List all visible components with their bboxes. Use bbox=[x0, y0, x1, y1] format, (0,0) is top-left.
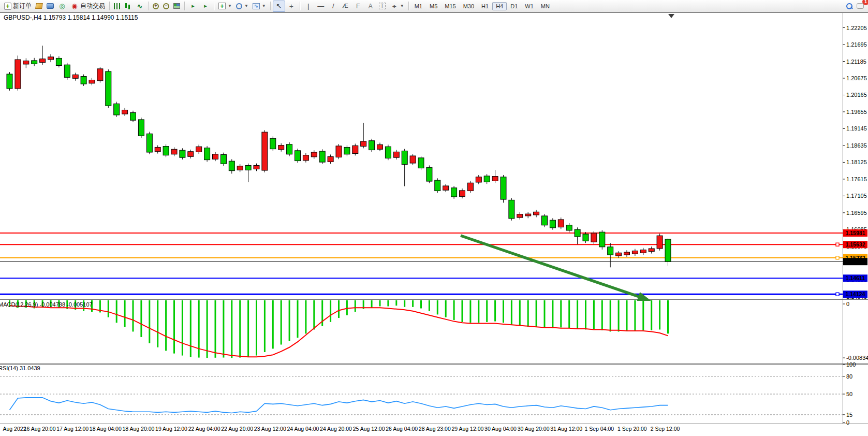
svg-text:Aug 2022: Aug 2022 bbox=[3, 426, 26, 432]
candle bbox=[245, 165, 251, 170]
notifications-button[interactable]: 1 bbox=[855, 1, 866, 12]
crosshair-icon: + bbox=[287, 2, 296, 10]
candle bbox=[393, 152, 399, 157]
terminal-button[interactable] bbox=[45, 1, 56, 12]
equidistant-channel-button[interactable]: ⁄⁄E bbox=[340, 1, 352, 12]
candle bbox=[525, 214, 531, 216]
arrows-button[interactable]: ◂▸▼ bbox=[388, 1, 406, 12]
timeframe-button-d1[interactable]: D1 bbox=[507, 2, 521, 10]
line-drag-handle[interactable] bbox=[836, 256, 839, 259]
svg-text:0: 0 bbox=[846, 419, 849, 426]
auto-scroll-button[interactable]: ▸ bbox=[187, 1, 199, 12]
zoom-out-button[interactable]: − bbox=[161, 1, 171, 12]
indicators-button[interactable]: +▼ bbox=[216, 1, 234, 12]
svg-text:31 Aug 12:00: 31 Aug 12:00 bbox=[550, 426, 582, 432]
candle bbox=[328, 156, 333, 162]
svg-text:24 Aug 04:00: 24 Aug 04:00 bbox=[287, 426, 319, 432]
timeframe-button-m1[interactable]: M1 bbox=[411, 2, 426, 10]
crosshair-button[interactable]: + bbox=[285, 1, 298, 12]
candle bbox=[426, 167, 432, 181]
price-axis: 1.222051.216951.211851.206751.201651.196… bbox=[843, 25, 868, 426]
candle bbox=[501, 177, 506, 199]
new-order-icon: + bbox=[4, 3, 11, 10]
candle bbox=[460, 191, 465, 196]
timeframe-button-m30[interactable]: M30 bbox=[460, 2, 478, 10]
chart-canvas[interactable]: 1.222051.216951.211851.206751.201651.196… bbox=[0, 12, 868, 436]
templates-button[interactable]: ∿▼ bbox=[251, 1, 268, 12]
candle bbox=[344, 147, 350, 154]
search-button[interactable] bbox=[844, 1, 855, 12]
text-label-button[interactable]: T bbox=[377, 1, 388, 12]
line-drag-handle[interactable] bbox=[836, 243, 839, 246]
new-order-button-label: 新订单 bbox=[13, 2, 32, 10]
candle bbox=[229, 161, 234, 170]
candle bbox=[254, 165, 259, 169]
search-icon bbox=[846, 3, 852, 9]
toolbar-separator bbox=[148, 2, 149, 10]
horizontal-line-button[interactable]: — bbox=[315, 1, 327, 12]
candle bbox=[509, 200, 514, 219]
chart-ohlc-title: GBPUSD-,H4 1.15793 1.15814 1.14990 1.151… bbox=[4, 14, 138, 21]
new-order-button[interactable]: +新订单 bbox=[2, 1, 34, 12]
candle bbox=[484, 176, 490, 182]
clock-icon bbox=[236, 3, 242, 9]
candle bbox=[237, 166, 243, 170]
candle bbox=[583, 234, 589, 241]
svg-text:100: 100 bbox=[846, 361, 856, 368]
candle bbox=[196, 147, 202, 152]
zoom-in-icon: + bbox=[153, 3, 159, 9]
chart-area[interactable]: 1.222051.216951.211851.206751.201651.196… bbox=[0, 12, 868, 436]
svg-text:23 Aug 12:00: 23 Aug 12:00 bbox=[254, 426, 286, 432]
candle bbox=[542, 216, 548, 225]
zoom-in-button[interactable]: + bbox=[151, 1, 161, 12]
svg-text:1.18125: 1.18125 bbox=[846, 159, 867, 165]
price-badges: 1.159811.156321.152321.146111.141241.151… bbox=[843, 229, 867, 298]
line-chart-mode-button[interactable]: ∿ bbox=[134, 1, 146, 12]
price-line-objects[interactable] bbox=[0, 233, 843, 296]
cursor-button[interactable]: ↖ bbox=[273, 1, 285, 12]
candle bbox=[410, 156, 416, 163]
timeframe-button-h4[interactable]: H4 bbox=[492, 2, 507, 10]
svg-text:1.20165: 1.20165 bbox=[846, 92, 867, 98]
svg-text:1.15115: 1.15115 bbox=[846, 258, 865, 265]
candle bbox=[7, 74, 12, 89]
mt4-window: +新订单◎◉自动交易∿+−▸▸+▼▼∿▼↖+|—/⁄⁄EFAT◂▸▼M1M5M1… bbox=[0, 0, 868, 436]
svg-text:17 Aug 12:00: 17 Aug 12:00 bbox=[56, 426, 89, 432]
toolbar-separator bbox=[184, 2, 185, 10]
periods-button[interactable]: ▼ bbox=[234, 1, 251, 12]
candle bbox=[657, 236, 663, 249]
svg-text:24 Aug 20:00: 24 Aug 20:00 bbox=[320, 426, 352, 432]
timeframe-button-h1[interactable]: H1 bbox=[478, 2, 492, 10]
pane-borders bbox=[0, 13, 868, 424]
tile-windows-button[interactable] bbox=[171, 1, 182, 12]
svg-text:26 Aug 04:00: 26 Aug 04:00 bbox=[386, 426, 418, 432]
candlestick-mode-button[interactable] bbox=[122, 1, 134, 12]
candlestick-series bbox=[7, 46, 671, 267]
news-button[interactable]: ◎ bbox=[56, 1, 68, 12]
line-chart-icon: ∿ bbox=[136, 2, 144, 10]
signal-icon: ◎ bbox=[58, 2, 66, 10]
candle bbox=[550, 220, 555, 228]
bar-chart-mode-button[interactable] bbox=[112, 1, 122, 12]
timeframe-button-m15[interactable]: M15 bbox=[441, 2, 459, 10]
line-drag-handle[interactable] bbox=[836, 293, 839, 296]
charts-button[interactable] bbox=[34, 1, 45, 12]
trendline-button[interactable]: / bbox=[327, 1, 340, 12]
candle bbox=[534, 212, 539, 215]
auto-trading-button[interactable]: ◉自动交易 bbox=[68, 1, 107, 12]
svg-text:1.22205: 1.22205 bbox=[846, 25, 867, 31]
fibonacci-button[interactable]: F bbox=[352, 1, 364, 12]
text-button[interactable]: A bbox=[364, 1, 377, 12]
svg-text:18 Aug 04:00: 18 Aug 04:00 bbox=[90, 426, 122, 432]
chart-shift-button[interactable]: ▸ bbox=[199, 1, 212, 12]
candle bbox=[32, 61, 37, 64]
timeframe-button-w1[interactable]: W1 bbox=[521, 2, 537, 10]
trend-arrow-object[interactable] bbox=[461, 236, 651, 301]
macd-indicator-label: MACD(12,26,9) -0.004788 -0.005107 bbox=[0, 301, 93, 308]
timeframe-button-m5[interactable]: M5 bbox=[426, 2, 441, 10]
candle bbox=[295, 151, 301, 161]
timeframe-button-mn[interactable]: MN bbox=[537, 2, 553, 10]
candle bbox=[81, 76, 86, 84]
candle bbox=[640, 250, 646, 253]
vertical-line-button[interactable]: | bbox=[302, 1, 315, 12]
